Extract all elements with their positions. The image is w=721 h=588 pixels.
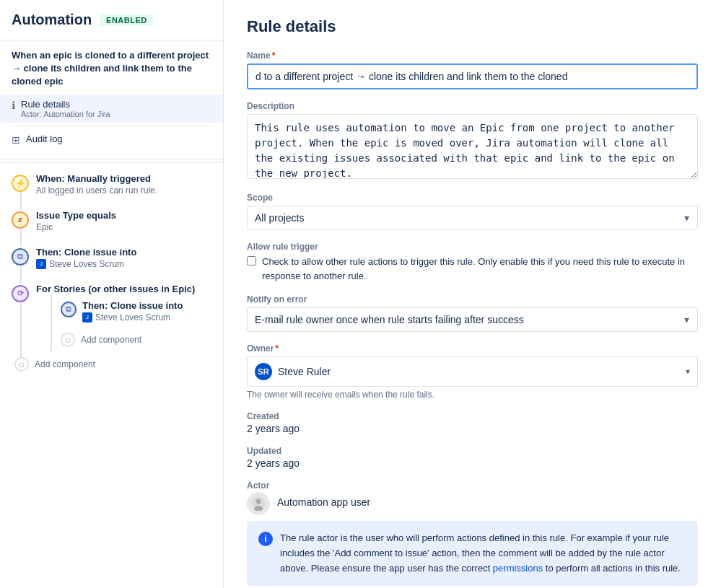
allow-trigger-group: Allow rule trigger Check to allow other …: [247, 242, 698, 283]
owner-name: Steve Ruler: [278, 366, 680, 377]
clone1-icon: ⧉: [12, 248, 29, 266]
nested-clone-content: Then: Clone issue into J Steve Loves Scr…: [82, 300, 183, 322]
actor-avatar: [247, 492, 270, 515]
trigger-icon: ⚡: [12, 175, 29, 192]
add-nested-icon: ○: [61, 333, 75, 347]
nested-step: ⧉ Then: Clone issue into J Steve Loves S…: [51, 294, 211, 351]
nested-clone[interactable]: ⧉ Then: Clone issue into J Steve Loves S…: [61, 294, 211, 328]
owner-avatar: SR: [255, 363, 272, 380]
left-panel: Automation ENABLED When an epic is clone…: [0, 0, 224, 588]
step-clone1[interactable]: ⧉ Then: Clone issue into J Steve Loves S…: [12, 240, 211, 276]
scope-select[interactable]: All projects: [247, 206, 698, 230]
created-group: Created 2 years ago: [247, 411, 698, 434]
allow-trigger-check-group: Check to allow other rule actions to tri…: [247, 255, 698, 283]
updated-label: Updated: [247, 446, 698, 456]
name-required: *: [272, 51, 276, 61]
rule-details-item[interactable]: ℹ Rule details Actor: Automation for Jir…: [0, 95, 223, 123]
app-title: Automation: [12, 12, 92, 28]
right-panel: Rule details Name* Description This rule…: [224, 0, 721, 588]
scope-select-wrapper: All projects: [247, 206, 698, 230]
add-component-main[interactable]: ○ Add component: [12, 351, 211, 376]
step-clone1-content: Then: Clone issue into J Steve Loves Scr…: [36, 247, 211, 269]
step-trigger-sub: All logged in users can run rule.: [36, 185, 211, 196]
step-condition[interactable]: ≠ Issue Type equals Epic: [12, 203, 211, 240]
owner-label: Owner*: [247, 343, 698, 354]
nested-jira-icon: J: [82, 312, 92, 322]
actor-label: Actor: [247, 481, 698, 491]
created-label: Created: [247, 411, 698, 421]
panel-title: Rule details: [247, 17, 698, 36]
step-trigger[interactable]: ⚡ When: Manually triggered All logged in…: [12, 166, 211, 203]
allow-trigger-label: Allow rule trigger: [247, 242, 698, 252]
step-trigger-title: When: Manually triggered: [36, 173, 211, 184]
name-group: Name*: [247, 51, 698, 89]
add-main-icon: ○: [14, 357, 29, 372]
step-clone1-title: Then: Clone issue into: [36, 247, 211, 258]
add-component-nested[interactable]: ○ Add component: [61, 328, 211, 351]
owner-chevron-icon: ▾: [686, 367, 690, 377]
allow-trigger-checkbox[interactable]: [247, 256, 256, 266]
rule-title-text: When an epic is cloned to a different pr…: [12, 49, 211, 89]
nested-clone-title: Then: Clone issue into: [82, 300, 183, 311]
step-loop-title: For Stories (or other issues in Epic): [36, 284, 211, 294]
audit-icon: ⊞: [12, 134, 20, 146]
notify-select-wrapper: E-mail rule owner once when rule starts …: [247, 307, 698, 332]
name-label: Name*: [247, 51, 698, 61]
step-condition-sub: Epic: [36, 222, 211, 232]
actor-group: Actor Automation app user i The rule act…: [247, 481, 698, 586]
main-divider: [0, 162, 223, 163]
created-value: 2 years ago: [247, 423, 698, 434]
step-condition-title: Issue Type equals: [36, 210, 211, 221]
updated-value: 2 years ago: [247, 457, 698, 469]
allow-trigger-text: Check to allow other rule actions to tri…: [262, 255, 698, 283]
enabled-badge: ENABLED: [100, 14, 153, 26]
scope-label: Scope: [247, 193, 698, 203]
updated-group: Updated 2 years ago: [247, 446, 698, 469]
step-condition-content: Issue Type equals Epic: [36, 210, 211, 232]
steps-container: ⚡ When: Manually triggered All logged in…: [0, 166, 223, 376]
audit-log-item[interactable]: ⊞ Audit log: [12, 129, 211, 150]
notify-label: Notify on error: [247, 294, 698, 304]
step-clone1-sub: J Steve Loves Scrum: [36, 259, 211, 269]
info-circle-icon: i: [258, 532, 273, 546]
description-textarea[interactable]: This rule uses automation to move an Epi…: [247, 114, 698, 179]
condition-icon: ≠: [12, 211, 29, 229]
notify-group: Notify on error E-mail rule owner once w…: [247, 294, 698, 332]
loop-icon: ⟳: [12, 285, 29, 302]
svg-point-1: [256, 499, 261, 504]
step-trigger-content: When: Manually triggered All logged in u…: [36, 173, 211, 196]
permissions-link[interactable]: permissions: [493, 563, 543, 574]
left-header: Automation ENABLED: [0, 12, 223, 40]
owner-helper: The owner will receive emails when the r…: [247, 390, 698, 400]
rule-details-sub: Actor: Automation for Jira: [21, 110, 110, 118]
notify-select[interactable]: E-mail rule owner once when rule starts …: [247, 307, 698, 332]
actor-info-box: i The rule actor is the user who will pe…: [247, 521, 698, 586]
nested-clone-icon: ⧉: [61, 302, 77, 317]
divider: [12, 126, 211, 126]
info-icon: ℹ: [12, 100, 15, 111]
name-input[interactable]: [247, 63, 698, 89]
owner-select[interactable]: SR Steve Ruler ▾: [247, 356, 698, 387]
description-group: Description This rule uses automation to…: [247, 101, 698, 181]
actor-avatar-img: [251, 496, 266, 511]
audit-log-label: Audit log: [26, 133, 63, 144]
actor-name: Automation app user: [277, 492, 370, 508]
scope-group: Scope All projects: [247, 193, 698, 230]
step-loop[interactable]: ⟳ For Stories (or other issues in Epic) …: [12, 276, 211, 351]
jira-icon: J: [36, 259, 46, 269]
nested-clone-sub: J Steve Loves Scrum: [82, 312, 183, 322]
actor-section: Automation app user: [247, 492, 698, 515]
description-label: Description: [247, 101, 698, 111]
actor-info-text: The rule actor is the user who will perf…: [280, 531, 686, 576]
owner-group: Owner* SR Steve Ruler ▾ The owner will r…: [247, 343, 698, 400]
step-loop-content: For Stories (or other issues in Epic) ⧉ …: [36, 284, 211, 351]
owner-required: *: [275, 343, 279, 354]
rule-title-box: When an epic is cloned to a different pr…: [0, 40, 223, 159]
rule-details-label: Rule details: [21, 99, 110, 110]
